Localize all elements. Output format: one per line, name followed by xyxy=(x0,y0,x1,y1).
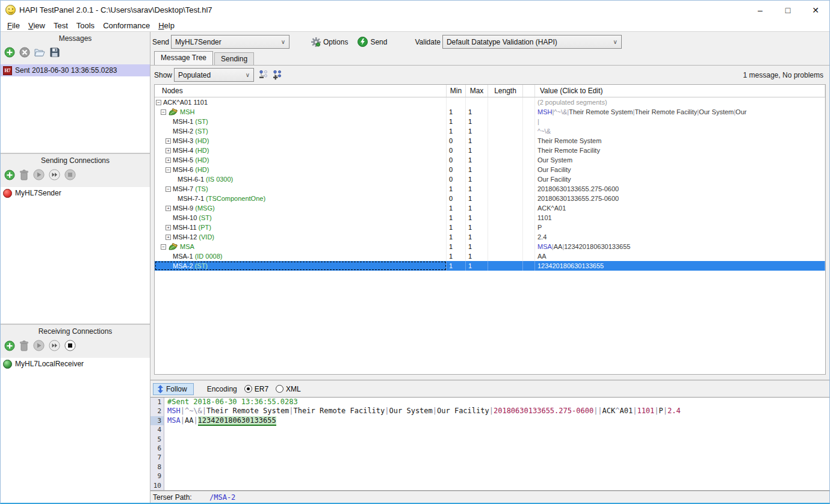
node-cell[interactable]: +MSH-5(HD) xyxy=(155,155,447,165)
value-cell[interactable]: ACK^A01 xyxy=(535,203,825,213)
close-button[interactable]: ✕ xyxy=(802,1,829,19)
collapse-all-icon[interactable] xyxy=(259,70,269,80)
send-connection-combo[interactable]: MyHL7Sender ∨ xyxy=(171,35,290,49)
menu-view[interactable]: View xyxy=(24,20,49,31)
trash-button[interactable] xyxy=(19,340,29,354)
value-cell[interactable]: ^~\& xyxy=(535,126,825,136)
tree-row-msh-11[interactable]: +MSH-11(PT)11P xyxy=(155,223,825,232)
value-cell[interactable]: (2 populated segments) xyxy=(535,97,825,107)
node-cell[interactable]: −ACK^A01 1101 xyxy=(155,97,447,107)
menu-conformance[interactable]: Conformance xyxy=(99,20,154,31)
node-cell[interactable]: −MSH-7(TS) xyxy=(155,184,447,194)
tree-row-ack-a01-1101[interactable]: −ACK^A01 1101(2 populated segments) xyxy=(155,97,825,107)
expand-node-icon[interactable]: + xyxy=(166,206,171,211)
close-button[interactable] xyxy=(19,47,30,60)
value-cell[interactable]: MSA|AA|123420180630133655 xyxy=(535,242,825,251)
fast-forward-button[interactable] xyxy=(49,340,60,354)
encoding-er7-radio[interactable]: ER7 xyxy=(244,385,268,393)
tree-row-msh-5[interactable]: +MSH-5(HD)01Our System xyxy=(155,155,825,165)
node-cell[interactable]: −MSH-6(HD) xyxy=(155,165,447,174)
node-cell[interactable]: MSH-2(ST) xyxy=(155,126,447,136)
tree-row-msh-2[interactable]: MSH-2(ST)11^~\& xyxy=(155,126,825,136)
collapse-node-icon[interactable]: − xyxy=(166,167,171,173)
add-button[interactable] xyxy=(4,340,15,354)
minimize-button[interactable]: – xyxy=(746,1,774,19)
code-line[interactable] xyxy=(167,472,829,481)
column-header-max[interactable]: Max xyxy=(466,85,488,97)
list-item[interactable]: H7Sent 2018-06-30 13:36:55.0283 xyxy=(1,64,150,76)
tree-row-msa-1[interactable]: MSA-1(ID 0008)11AA xyxy=(155,251,825,261)
menu-help[interactable]: Help xyxy=(154,20,179,31)
expand-all-icon[interactable] xyxy=(273,70,283,80)
tree-row-msh-1[interactable]: MSH-1(ST)11| xyxy=(155,117,825,126)
tree-row-msh[interactable]: −MSH11MSH|^~\&|Their Remote System|Their… xyxy=(155,107,825,117)
value-cell[interactable]: Our Facility xyxy=(535,165,825,174)
collapse-node-icon[interactable]: − xyxy=(156,100,161,105)
tree-row-msh-10[interactable]: MSH-10(ST)111101 xyxy=(155,213,825,223)
expand-node-icon[interactable]: + xyxy=(166,148,171,153)
list-item[interactable]: MyHL7LocalReceiver xyxy=(1,358,150,370)
validate-combo[interactable]: Default Datatype Validation (HAPI) ∨ xyxy=(442,35,622,49)
tree-row-msa-2[interactable]: MSA-2(ST)11123420180630133655 xyxy=(155,261,825,271)
add-button[interactable] xyxy=(4,47,15,60)
value-cell[interactable]: MSH|^~\&|Their Remote System|Their Remot… xyxy=(535,107,825,117)
node-cell[interactable]: +MSH-9(MSG) xyxy=(155,203,447,213)
expand-node-icon[interactable]: + xyxy=(166,138,171,144)
value-cell[interactable]: Our Facility xyxy=(535,174,825,184)
node-cell[interactable]: MSA-1(ID 0008) xyxy=(155,251,447,261)
hl7-message-editor[interactable]: 12345678910 #Sent 2018-06-30 13:36:55.02… xyxy=(150,397,829,491)
list-item[interactable]: MyHL7Sender xyxy=(1,187,150,199)
code-line[interactable] xyxy=(167,435,829,444)
stop-button[interactable] xyxy=(64,340,76,354)
value-cell[interactable]: 123420180630133655 xyxy=(535,261,825,271)
code-line[interactable]: MSA|AA|123420180630133655 xyxy=(167,416,829,425)
code-line[interactable] xyxy=(167,463,829,472)
value-cell[interactable]: Their Remote Facility xyxy=(535,146,825,155)
node-cell[interactable]: +MSH-12(VID) xyxy=(155,232,447,242)
value-cell[interactable]: 2.4 xyxy=(535,232,825,242)
trash-button[interactable] xyxy=(19,170,29,183)
value-cell[interactable]: 1101 xyxy=(535,213,825,223)
tree-row-msh-7-1[interactable]: MSH-7-1(TSComponentOne)0120180630133655.… xyxy=(155,194,825,203)
value-cell[interactable]: P xyxy=(535,223,825,232)
code-line[interactable]: #Sent 2018-06-30 13:36:55.0283 xyxy=(167,398,829,407)
play-button[interactable] xyxy=(33,340,45,354)
node-cell[interactable]: MSH-7-1(TSComponentOne) xyxy=(155,194,447,203)
column-header-nodes[interactable]: Nodes xyxy=(155,85,447,97)
code-line[interactable] xyxy=(167,453,829,462)
menu-tools[interactable]: Tools xyxy=(72,20,99,31)
encoding-xml-radio[interactable]: XML xyxy=(276,385,301,393)
menu-test[interactable]: Test xyxy=(49,20,72,31)
expand-node-icon[interactable]: + xyxy=(166,225,171,230)
node-cell[interactable]: −MSH xyxy=(155,107,447,117)
expand-node-icon[interactable]: + xyxy=(166,235,171,240)
node-cell[interactable]: MSH-1(ST) xyxy=(155,117,447,126)
add-button[interactable] xyxy=(4,170,15,183)
code-line[interactable] xyxy=(167,444,829,453)
editor-code[interactable]: #Sent 2018-06-30 13:36:55.0283MSH|^~\&|T… xyxy=(164,398,829,490)
node-cell[interactable]: +MSH-4(HD) xyxy=(155,146,447,155)
open-folder-button[interactable] xyxy=(34,48,46,60)
tree-row-msh-7[interactable]: −MSH-7(TS)1120180630133655.275-0600 xyxy=(155,184,825,194)
menu-file[interactable]: File xyxy=(3,20,24,31)
collapse-node-icon[interactable]: − xyxy=(161,109,166,115)
code-line[interactable] xyxy=(167,425,829,434)
tab-sending[interactable]: Sending xyxy=(214,52,254,65)
node-cell[interactable]: MSA-2(ST) xyxy=(155,261,447,271)
node-cell[interactable]: +MSH-11(PT) xyxy=(155,223,447,232)
value-cell[interactable]: AA xyxy=(535,251,825,261)
show-filter-combo[interactable]: Populated ∨ xyxy=(174,68,254,82)
stop-button[interactable] xyxy=(64,169,76,183)
node-cell[interactable]: MSH-6-1(IS 0300) xyxy=(155,174,447,184)
send-button[interactable]: Send xyxy=(355,35,389,48)
follow-toggle-button[interactable]: Follow xyxy=(153,383,194,395)
options-button[interactable]: Options xyxy=(309,36,350,48)
collapse-node-icon[interactable]: − xyxy=(161,244,166,250)
node-cell[interactable]: −MSA xyxy=(155,242,447,251)
node-cell[interactable]: +MSH-3(HD) xyxy=(155,136,447,146)
tab-message-tree[interactable]: Message Tree xyxy=(154,51,213,65)
collapse-node-icon[interactable]: − xyxy=(166,186,171,192)
node-cell[interactable]: MSH-10(ST) xyxy=(155,213,447,223)
tree-row-msh-12[interactable]: +MSH-12(VID)112.4 xyxy=(155,232,825,242)
save-button[interactable] xyxy=(50,48,60,60)
